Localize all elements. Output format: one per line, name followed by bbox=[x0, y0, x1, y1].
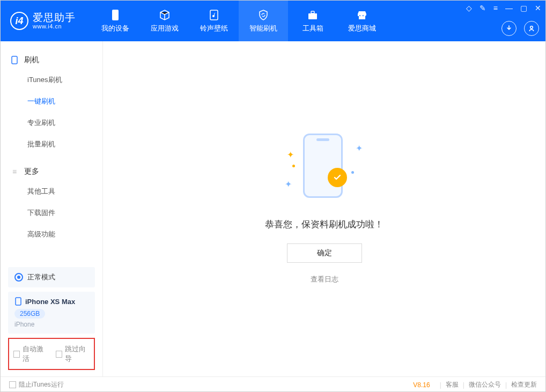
app-subtitle: www.i4.cn bbox=[33, 23, 76, 29]
svg-point-5 bbox=[530, 26, 533, 29]
success-illustration: ✦ ✦ ✦ bbox=[271, 134, 378, 209]
footer-link-wechat[interactable]: 微信公众号 bbox=[469, 380, 501, 389]
cube-icon bbox=[158, 9, 171, 21]
svg-rect-6 bbox=[12, 56, 17, 64]
status-bar: 阻止iTunes运行 V8.16 | 客服 | 微信公众号 | 检查更新 bbox=[1, 376, 545, 392]
skip-guide-checkbox[interactable]: 跳过向导 bbox=[56, 344, 90, 364]
device-mode-card[interactable]: 正常模式 bbox=[8, 267, 95, 287]
sparkle-icon: ✦ bbox=[356, 143, 360, 147]
phone-illustration-icon bbox=[303, 134, 343, 198]
close-button[interactable]: ✕ bbox=[535, 4, 541, 12]
checkmark-badge-icon bbox=[328, 168, 347, 187]
header-right-actions bbox=[501, 21, 539, 36]
maximize-button[interactable]: ▢ bbox=[520, 4, 527, 12]
app-title: 爱思助手 bbox=[33, 12, 76, 24]
app-logo: i4 爱思助手 www.i4.cn bbox=[1, 1, 85, 41]
device-outline-icon bbox=[10, 56, 19, 64]
nav-ringtones-wallpapers[interactable]: 铃声壁纸 bbox=[189, 1, 239, 41]
sidebar: 刷机 iTunes刷机 一键刷机 专业刷机 批量刷机 ≡ 更多 其他工具 下载固… bbox=[1, 41, 103, 376]
nav-toolbox[interactable]: 工具箱 bbox=[288, 1, 337, 41]
main-nav: 我的设备 应用游戏 铃声壁纸 智能刷机 工具箱 爱思商城 bbox=[91, 1, 387, 41]
app-header: i4 爱思助手 www.i4.cn 我的设备 应用游戏 铃声壁纸 智能刷机 工具… bbox=[1, 1, 545, 41]
toolbox-icon bbox=[306, 9, 319, 21]
auto-activate-checkbox[interactable]: 自动激活 bbox=[13, 344, 47, 364]
device-type-label: iPhone bbox=[14, 321, 88, 328]
logo-icon: i4 bbox=[10, 12, 28, 30]
feedback-icon[interactable]: ✎ bbox=[479, 4, 486, 12]
sparkle-icon: ✦ bbox=[287, 150, 291, 154]
list-icon: ≡ bbox=[10, 167, 19, 176]
footer-link-support[interactable]: 客服 bbox=[446, 380, 459, 389]
svg-rect-4 bbox=[359, 16, 365, 19]
nav-apps-games[interactable]: 应用游戏 bbox=[140, 1, 189, 41]
view-log-link[interactable]: 查看日志 bbox=[311, 275, 338, 284]
account-button[interactable] bbox=[524, 21, 539, 36]
window-controls: ◇ ✎ ≡ — ▢ ✕ bbox=[466, 4, 541, 12]
sidebar-item-batch-flash[interactable]: 批量刷机 bbox=[1, 134, 102, 155]
skin-icon[interactable]: ◇ bbox=[466, 4, 472, 12]
sidebar-group-flash: 刷机 bbox=[1, 51, 102, 69]
sidebar-item-oneclick-flash[interactable]: 一键刷机 bbox=[1, 91, 102, 112]
svg-rect-3 bbox=[311, 11, 314, 13]
nav-smart-flash[interactable]: 智能刷机 bbox=[239, 1, 288, 41]
sidebar-item-other-tools[interactable]: 其他工具 bbox=[1, 181, 102, 202]
menu-icon[interactable]: ≡ bbox=[493, 4, 498, 12]
device-capacity-badge: 256GB bbox=[14, 309, 45, 319]
music-file-icon bbox=[208, 9, 220, 21]
sidebar-item-itunes-flash[interactable]: iTunes刷机 bbox=[1, 69, 102, 91]
flash-options-row: 自动激活 跳过向导 bbox=[8, 338, 95, 370]
svg-rect-0 bbox=[112, 10, 119, 20]
main-content: ✦ ✦ ✦ 恭喜您，保资料刷机成功啦！ 确定 查看日志 bbox=[103, 41, 545, 376]
minimize-button[interactable]: — bbox=[505, 4, 513, 12]
phone-icon bbox=[109, 9, 122, 21]
mode-indicator-icon bbox=[14, 273, 23, 282]
connected-device-card[interactable]: iPhone XS Max 256GB iPhone bbox=[8, 292, 95, 334]
version-label: V8.16 bbox=[413, 381, 430, 389]
block-itunes-checkbox[interactable]: 阻止iTunes运行 bbox=[9, 380, 64, 389]
success-message: 恭喜您，保资料刷机成功啦！ bbox=[265, 218, 383, 231]
svg-rect-7 bbox=[16, 298, 21, 305]
sidebar-group-more: ≡ 更多 bbox=[1, 162, 102, 181]
store-icon bbox=[356, 9, 368, 21]
download-manager-button[interactable] bbox=[501, 21, 517, 36]
nav-my-device[interactable]: 我的设备 bbox=[91, 1, 140, 41]
sidebar-item-download-firmware[interactable]: 下载固件 bbox=[1, 202, 102, 224]
svg-rect-2 bbox=[308, 13, 317, 19]
phone-small-icon bbox=[14, 297, 22, 306]
nav-store[interactable]: 爱思商城 bbox=[337, 1, 387, 41]
footer-link-update[interactable]: 检查更新 bbox=[511, 380, 537, 389]
sidebar-item-pro-flash[interactable]: 专业刷机 bbox=[1, 112, 102, 134]
refresh-shield-icon bbox=[257, 9, 270, 21]
sidebar-item-advanced[interactable]: 高级功能 bbox=[1, 224, 102, 245]
confirm-button[interactable]: 确定 bbox=[287, 243, 362, 263]
dot-icon bbox=[351, 171, 354, 174]
dot-icon bbox=[292, 165, 295, 167]
sparkle-icon: ✦ bbox=[285, 179, 289, 183]
